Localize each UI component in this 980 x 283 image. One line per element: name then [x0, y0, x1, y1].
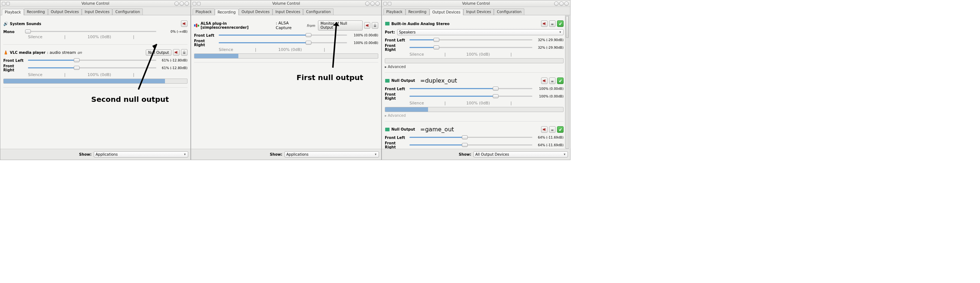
svg-rect-15	[543, 129, 544, 130]
port-dropdown[interactable]: Speakers	[397, 29, 563, 35]
tab-configuration[interactable]: Configuration	[494, 8, 524, 15]
svg-rect-13	[551, 81, 554, 82]
tab-playback[interactable]: Playback	[383, 8, 406, 15]
tab-input-devices[interactable]: Input Devices	[463, 8, 494, 15]
set-default-button[interactable]	[557, 77, 563, 84]
tab-playback[interactable]: Playback	[2, 9, 24, 15]
volume-slider[interactable]	[409, 142, 532, 148]
stream-system-sounds: 🔊 System Sounds Mono 0% (-∞dB) Silence|1…	[3, 18, 188, 45]
close-icon[interactable]	[564, 2, 569, 6]
mute-button[interactable]	[541, 77, 547, 84]
tab-recording[interactable]: Recording	[24, 8, 48, 15]
show-label: Show:	[79, 152, 92, 157]
maximize-icon[interactable]	[559, 2, 563, 6]
advanced-toggle[interactable]: Advanced	[385, 114, 563, 117]
tab-output-devices[interactable]: Output Devices	[48, 8, 82, 15]
minimize-icon[interactable]	[554, 2, 558, 6]
mute-button[interactable]	[173, 49, 180, 56]
volume-slider[interactable]	[28, 29, 156, 34]
svg-rect-7	[374, 26, 376, 27]
advanced-toggle[interactable]: Advanced	[385, 65, 563, 69]
channel-value: 100% (0.00dB)	[535, 87, 563, 91]
titlebar[interactable]: Volume Control	[382, 0, 570, 7]
tab-configuration[interactable]: Configuration	[303, 8, 334, 15]
minimize-icon[interactable]	[174, 2, 179, 6]
maximize-icon[interactable]	[180, 2, 184, 6]
maximize-icon[interactable]	[370, 2, 375, 6]
channel-value: 100% (0.00dB)	[535, 94, 563, 98]
channel-label: Front Right	[385, 93, 407, 101]
lock-channels-button[interactable]	[549, 77, 555, 84]
mute-button[interactable]	[541, 20, 547, 27]
device-name: Null Output	[391, 78, 415, 83]
svg-rect-5	[198, 25, 199, 27]
show-dropdown[interactable]: All Output Devices	[474, 151, 568, 158]
channel-front-right: Front Right 64% (-11.69dB)	[385, 141, 563, 149]
channel-mono: Mono 0% (-∞dB)	[3, 29, 188, 34]
svg-rect-10	[551, 24, 554, 25]
svg-rect-12	[543, 80, 544, 82]
channel-front-right: Front Right 100% (0.00dB)	[194, 39, 378, 47]
tab-output-devices[interactable]: Output Devices	[239, 8, 272, 15]
volume-slider[interactable]	[409, 94, 532, 99]
channel-value: 100% (0.00dB)	[349, 41, 378, 45]
tab-recording[interactable]: Recording	[215, 9, 239, 15]
mute-button[interactable]	[364, 22, 371, 29]
window-output-devices: Volume Control Playback Recording Output…	[382, 0, 571, 160]
channel-front-right: Front Right 100% (0.00dB)	[385, 93, 563, 101]
channel-label: Mono	[3, 30, 26, 34]
minimize-icon[interactable]	[365, 2, 369, 6]
vu-meter	[194, 53, 378, 59]
mute-button[interactable]	[541, 126, 547, 133]
volume-slider[interactable]	[409, 37, 532, 43]
window-title: Volume Control	[272, 2, 300, 5]
channel-label: Front Left	[3, 59, 26, 62]
channel-label: Front Left	[385, 87, 407, 91]
channel-value: 32% (-29.90dB)	[535, 38, 563, 42]
device-name: Built-in Audio Analog Stereo	[391, 22, 450, 26]
recording-content: ALSA plug-in [simplescreenrecorder] : AL…	[191, 15, 381, 149]
close-icon[interactable]	[375, 2, 380, 6]
show-dropdown[interactable]: Applications	[285, 151, 379, 158]
lock-channels-button[interactable]	[549, 20, 555, 27]
tab-output-devices[interactable]: Output Devices	[430, 9, 463, 15]
set-default-button[interactable]	[557, 20, 563, 27]
window-controls[interactable]	[554, 2, 569, 6]
volume-slider[interactable]	[28, 58, 156, 63]
show-dropdown[interactable]: Applications	[94, 151, 188, 158]
channel-value: 32% (-29.90dB)	[535, 46, 563, 50]
mute-button[interactable]	[181, 20, 188, 27]
tab-recording[interactable]: Recording	[406, 8, 430, 15]
window-controls[interactable]	[174, 2, 189, 6]
volume-slider[interactable]	[409, 45, 532, 50]
scrollbar[interactable]	[565, 15, 570, 149]
sound-card-icon	[385, 127, 390, 132]
set-default-button[interactable]	[557, 126, 563, 133]
stream-alsa-plugin: ALSA plug-in [simplescreenrecorder] : AL…	[194, 18, 378, 62]
stream-subtitle: : ALSA Capture	[276, 21, 305, 30]
channel-label: Front Right	[385, 44, 407, 52]
scrollbar-thumb[interactable]	[566, 16, 569, 38]
volume-slider[interactable]	[409, 86, 532, 91]
tab-input-devices[interactable]: Input Devices	[82, 8, 112, 15]
titlebar[interactable]: Volume Control	[191, 0, 381, 7]
lock-channels-button[interactable]	[181, 49, 188, 56]
show-label: Show:	[459, 152, 471, 157]
tab-configuration[interactable]: Configuration	[112, 8, 143, 15]
route-dropdown[interactable]: Null Output	[146, 50, 172, 56]
device-name: Null Output	[391, 127, 415, 131]
route-dropdown[interactable]: Monitor of Null Output	[318, 20, 363, 30]
svg-rect-3	[194, 24, 196, 27]
tab-input-devices[interactable]: Input Devices	[272, 8, 303, 15]
close-icon[interactable]	[185, 2, 189, 6]
volume-slider[interactable]	[409, 135, 532, 140]
tab-playback[interactable]: Playback	[192, 8, 215, 15]
window-menu-icons	[192, 2, 200, 5]
volume-slider[interactable]	[28, 66, 156, 70]
lock-channels-button[interactable]	[372, 22, 378, 29]
titlebar[interactable]: Volume Control	[0, 0, 190, 7]
window-controls[interactable]	[365, 2, 380, 6]
lock-channels-button[interactable]	[549, 126, 555, 133]
volume-slider[interactable]	[219, 33, 347, 38]
volume-slider[interactable]	[219, 40, 347, 45]
